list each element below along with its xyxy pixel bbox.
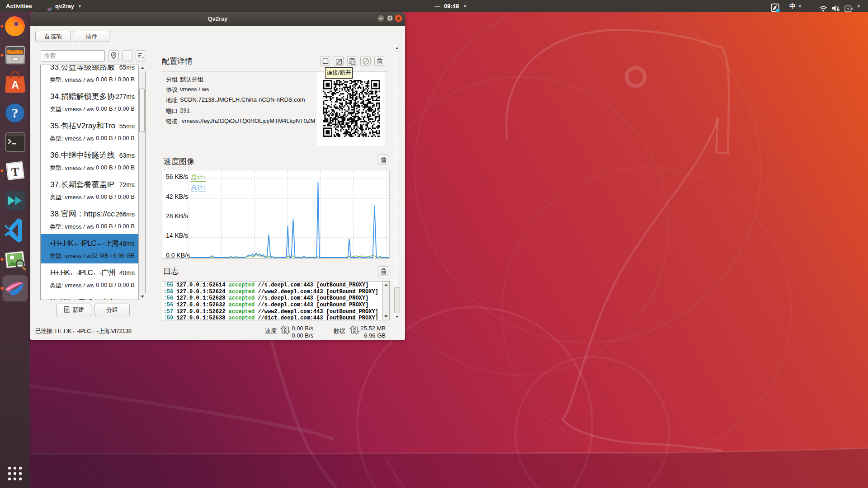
svg-text:T: T <box>10 165 20 179</box>
svg-text:?: ? <box>12 106 19 120</box>
svg-text:A: A <box>11 79 19 91</box>
